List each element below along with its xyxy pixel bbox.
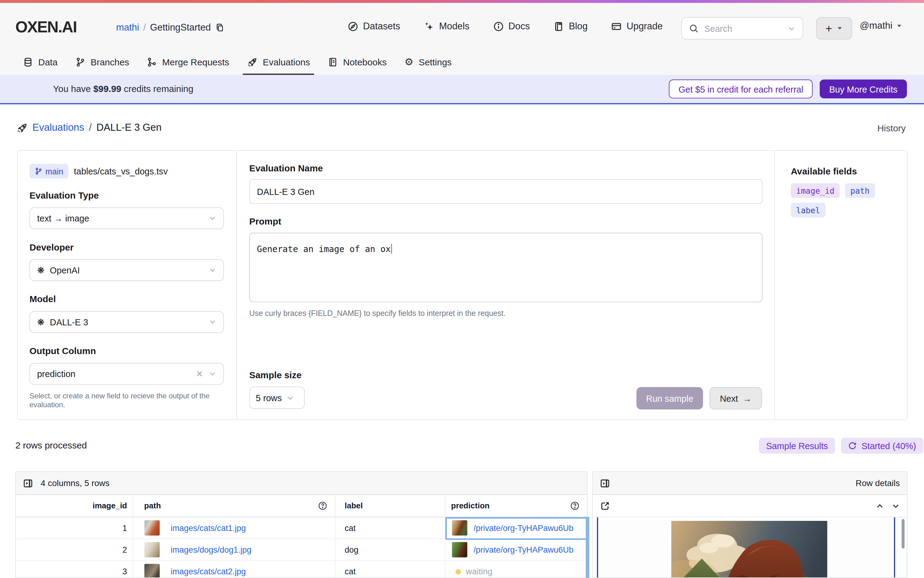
help-icon[interactable]: [317, 501, 328, 511]
column-header-path[interactable]: path: [132, 495, 335, 516]
nav-item-upgrade[interactable]: Upgrade: [611, 21, 663, 31]
nav-item-docs[interactable]: Docs: [493, 21, 530, 31]
user-menu[interactable]: @mathi: [860, 21, 903, 31]
prompt-textarea[interactable]: Generate an image of an ox: [249, 233, 763, 302]
chevron-up-icon[interactable]: [876, 502, 884, 510]
tab-data[interactable]: Data: [14, 49, 66, 75]
openai-logo-icon: ❋: [37, 317, 44, 326]
text-cursor: [391, 244, 392, 254]
nav-item-datasets[interactable]: Datasets: [348, 21, 400, 31]
table-row: 1 images/cats/cat1.jpg cat /private/org-…: [16, 517, 587, 539]
waiting-text: waiting: [466, 567, 492, 576]
evaluation-name-value: DALL-E 3 Gen: [257, 186, 314, 196]
buy-credits-button[interactable]: Buy More Credits: [820, 80, 907, 98]
cell-label[interactable]: cat: [335, 561, 445, 578]
breadcrumb-separator: /: [89, 122, 92, 134]
cell-prediction-waiting[interactable]: waiting: [445, 561, 587, 578]
cell-image-id[interactable]: 3: [16, 561, 132, 578]
field-chip-image-id[interactable]: image_id: [791, 183, 840, 198]
tab-evaluations[interactable]: Evaluations: [238, 49, 319, 75]
rocket-icon: [247, 57, 258, 68]
evaluations-breadcrumb-link[interactable]: Evaluations: [32, 122, 84, 134]
tab-label: Branches: [91, 57, 129, 68]
tab-branches[interactable]: Branches: [66, 49, 138, 75]
copy-icon[interactable]: [215, 23, 224, 32]
table-row: 2 images/dogs/dog1.jpg dog /private/org-…: [16, 539, 587, 561]
field-chip-path[interactable]: path: [845, 183, 875, 198]
output-column-select[interactable]: prediction: [29, 363, 224, 385]
rows-processed-text: 2 rows processed: [15, 440, 87, 451]
gear-icon: ⚙: [404, 57, 413, 67]
evaluation-name-label: Evaluation Name: [249, 163, 323, 174]
tab-settings[interactable]: ⚙ Settings: [395, 49, 461, 75]
sample-size-value: 5 rows: [256, 393, 282, 403]
model-select[interactable]: ❋ DALL-E 3: [29, 311, 224, 333]
referral-button[interactable]: Get $5 in credit for each referral: [669, 80, 813, 98]
breadcrumb-user-link[interactable]: mathi: [116, 22, 139, 33]
new-repo-button[interactable]: +: [816, 17, 852, 39]
cell-label[interactable]: cat: [335, 517, 445, 538]
branch-badge[interactable]: main: [29, 164, 68, 179]
nav-item-models[interactable]: Models: [424, 21, 469, 31]
search-input[interactable]: Search: [681, 17, 803, 39]
tab-label: Merge Requests: [162, 57, 229, 68]
merge-icon: [147, 57, 157, 67]
sample-results-button[interactable]: Sample Results: [759, 438, 835, 454]
arrow-right-icon: →: [743, 393, 752, 403]
eval-type-select[interactable]: text → image: [29, 208, 224, 229]
evaluation-name-input[interactable]: DALL-E 3 Gen: [249, 179, 763, 204]
cell-path[interactable]: images/dogs/dog1.jpg: [132, 539, 335, 560]
results-table-panel: 4 columns, 5 rows image_id path label pr…: [15, 471, 588, 578]
developer-value: OpenAI: [50, 265, 203, 275]
top-gradient-bar: [0, 0, 924, 3]
vertical-scrollbar-thumb[interactable]: [902, 519, 905, 548]
chevron-down-icon[interactable]: [892, 502, 900, 510]
help-icon[interactable]: [570, 501, 580, 511]
path-link[interactable]: images/cats/cat1.jpg: [171, 523, 246, 533]
table-row: 3 images/cats/cat2.jpg cat waiting: [16, 561, 587, 578]
prediction-link[interactable]: /private/org-TyHAPawu6Ub: [474, 523, 573, 533]
cell-label[interactable]: dog: [335, 539, 445, 560]
cell-path[interactable]: images/cats/cat2.jpg: [132, 561, 335, 578]
tab-merge-requests[interactable]: Merge Requests: [138, 49, 238, 75]
sample-size-label: Sample size: [249, 370, 302, 381]
repo-tab-bar: Data Branches Merge Requests: [0, 49, 924, 75]
sample-size-select[interactable]: 5 rows: [249, 386, 305, 409]
compass-icon: [348, 21, 359, 31]
breadcrumb-repo-link[interactable]: GettingStarted: [150, 22, 211, 33]
expand-icon[interactable]: [600, 501, 610, 511]
oxen-logo[interactable]: OXEN.AI: [15, 18, 77, 37]
column-header-label[interactable]: label: [335, 495, 445, 516]
collapse-panel-icon[interactable]: [600, 478, 610, 488]
developer-label: Developer: [29, 242, 74, 253]
collapse-panel-icon[interactable]: [23, 478, 33, 488]
field-chip-label[interactable]: label: [791, 203, 825, 217]
cell-prediction-selected[interactable]: /private/org-TyHAPawu6Ub: [445, 517, 587, 538]
cell-image-id[interactable]: 1: [16, 517, 132, 538]
cell-image-id[interactable]: 2: [16, 539, 132, 560]
history-link[interactable]: History: [877, 123, 906, 134]
run-sample-button[interactable]: Run sample: [637, 387, 703, 409]
column-header-image-id[interactable]: image_id: [16, 495, 132, 516]
selection-border-left: [597, 517, 598, 578]
column-header-prediction[interactable]: prediction: [445, 495, 587, 516]
next-button[interactable]: Next →: [710, 387, 762, 409]
cell-prediction[interactable]: /private/org-TyHAPawu6Ub: [445, 539, 587, 560]
chevron-down-icon: [209, 318, 216, 326]
chevron-down-icon: [209, 266, 216, 274]
dataset-file-name: tables/cats_vs_dogs.tsv: [74, 166, 168, 176]
cell-path[interactable]: images/cats/cat1.jpg: [132, 517, 335, 538]
path-link[interactable]: images/cats/cat2.jpg: [171, 567, 246, 576]
branch-icon: [35, 167, 42, 175]
tab-notebooks[interactable]: Notebooks: [319, 49, 396, 75]
available-fields-panel: Available fields image_idpathlabel: [774, 151, 907, 419]
developer-select[interactable]: ❋ OpenAI: [29, 259, 224, 281]
eval-type-label: Evaluation Type: [29, 190, 99, 201]
nav-label: Blog: [568, 21, 588, 31]
prediction-link[interactable]: /private/org-TyHAPawu6Ub: [474, 545, 573, 554]
path-link[interactable]: images/dogs/dog1.jpg: [171, 545, 252, 554]
ox-thumbnail: [451, 542, 467, 557]
status-badge[interactable]: Started (40%): [841, 438, 923, 454]
clear-icon[interactable]: [196, 370, 203, 378]
nav-item-blog[interactable]: Blog: [553, 21, 588, 31]
